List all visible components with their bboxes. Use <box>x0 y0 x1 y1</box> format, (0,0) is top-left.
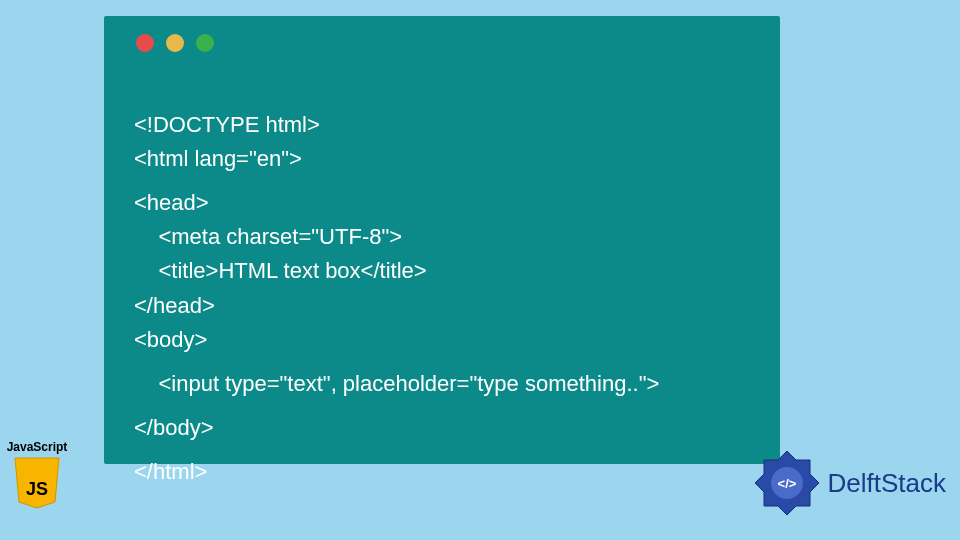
code-line: <body> <box>134 327 207 352</box>
code-line: <meta charset="UTF-8"> <box>134 224 402 249</box>
code-snippet-panel: <!DOCTYPE html> <html lang="en"><head> <… <box>104 16 780 464</box>
code-line: <title>HTML text box</title> <box>134 258 427 283</box>
code-line: </html> <box>134 459 207 484</box>
code-line: <!DOCTYPE html> <box>134 112 320 137</box>
code-content: <!DOCTYPE html> <html lang="en"><head> <… <box>128 74 756 489</box>
javascript-shield-icon: JS <box>13 456 61 510</box>
code-line: <input type="text", placeholder="type so… <box>134 371 659 396</box>
close-icon <box>136 34 154 52</box>
minimize-icon <box>166 34 184 52</box>
maximize-icon <box>196 34 214 52</box>
javascript-short: JS <box>13 479 61 500</box>
code-glyph: </> <box>777 476 796 491</box>
javascript-label: JavaScript <box>4 440 70 454</box>
window-traffic-lights <box>128 34 756 52</box>
delftstack-brand: </> DelftStack <box>752 448 947 518</box>
code-line: </body> <box>134 415 214 440</box>
code-line: <html lang="en"> <box>134 146 302 171</box>
code-line: <head> <box>134 190 209 215</box>
code-line: </head> <box>134 293 215 318</box>
javascript-badge: JavaScript JS <box>4 440 70 510</box>
delftstack-logo-icon: </> <box>752 448 822 518</box>
delftstack-name: DelftStack <box>828 468 947 499</box>
